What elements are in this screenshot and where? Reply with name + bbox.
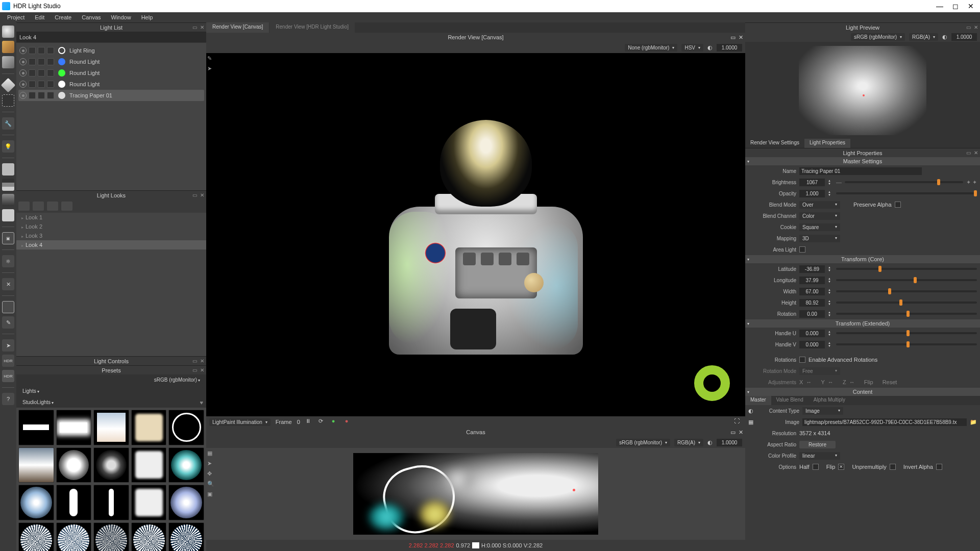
brightness-input[interactable] bbox=[799, 179, 825, 186]
subtab-alphamult[interactable]: Alpha Multiply bbox=[808, 396, 850, 405]
section-transform-core[interactable]: ▾Transform (Core) bbox=[745, 255, 980, 263]
dock-icon[interactable]: ▭ bbox=[192, 24, 197, 30]
preset-thumb[interactable] bbox=[168, 410, 204, 445]
subtab-master[interactable]: Master bbox=[745, 396, 771, 405]
exposure-wheel-icon[interactable]: ◐ bbox=[942, 34, 947, 40]
mapping-dropdown[interactable]: 3D bbox=[799, 235, 840, 242]
add-look-button[interactable] bbox=[18, 202, 30, 211]
tool-atom-icon[interactable]: ⚛ bbox=[2, 255, 14, 267]
blendchannel-dropdown[interactable]: Color bbox=[799, 212, 840, 220]
exposure-wheel-icon[interactable]: ◐ bbox=[707, 439, 713, 446]
preview-exposure-input[interactable] bbox=[951, 33, 977, 41]
content-type-dropdown[interactable]: Image bbox=[802, 407, 843, 415]
cursor-icon[interactable]: ➤ bbox=[207, 65, 215, 73]
expand-icon[interactable]: ⛶ bbox=[734, 418, 742, 426]
opt-half-checkbox[interactable] bbox=[813, 464, 819, 470]
menu-create[interactable]: Create bbox=[51, 13, 76, 21]
close-panel-icon[interactable]: ✕ bbox=[200, 24, 204, 30]
tool-light-icon[interactable]: 💡 bbox=[2, 140, 14, 153]
tonemap2-dropdown[interactable]: HSV bbox=[681, 44, 703, 52]
tab-render-hdr[interactable]: Render View [HDR Light Studio] bbox=[270, 22, 355, 33]
preset-thumb[interactable] bbox=[168, 485, 204, 520]
look-item[interactable]: Look 4 bbox=[16, 240, 206, 249]
preset-thumb[interactable] bbox=[18, 447, 54, 483]
maximize-button[interactable]: ◻ bbox=[952, 2, 959, 10]
name-input[interactable] bbox=[799, 167, 922, 175]
light-row[interactable]: Round Light bbox=[18, 79, 204, 90]
close-button[interactable]: ✕ bbox=[968, 2, 974, 10]
brush-icon[interactable]: ✎ bbox=[207, 55, 215, 63]
tool-cube-icon[interactable] bbox=[1, 78, 16, 93]
canvas-view[interactable]: ▦ ➤ ✥ 🔍 ▣ bbox=[206, 448, 745, 540]
restore-button[interactable]: Restore bbox=[799, 441, 836, 448]
preview-colorspace-dropdown[interactable]: sRGB (rgbMonitor) bbox=[851, 33, 905, 41]
exposure-input[interactable] bbox=[717, 44, 742, 52]
handle-v-input[interactable] bbox=[799, 341, 825, 348]
handle-u-input[interactable] bbox=[799, 330, 825, 337]
light-row[interactable]: Light Ring bbox=[18, 45, 204, 56]
preset-thumb[interactable] bbox=[56, 410, 92, 445]
tool-edit-icon[interactable]: ✎ bbox=[2, 316, 14, 329]
refresh-icon[interactable]: ⟳ bbox=[318, 418, 327, 426]
preset-thumb[interactable] bbox=[56, 447, 92, 483]
tool-help-icon[interactable]: ? bbox=[2, 393, 14, 405]
tab-render-settings[interactable]: Render View Settings bbox=[745, 139, 804, 148]
current-look-row[interactable]: Look 4 bbox=[16, 32, 206, 43]
preset-thumb[interactable] bbox=[18, 522, 54, 551]
light-row[interactable]: Tracing Paper 01 bbox=[18, 90, 204, 101]
preset-thumb[interactable] bbox=[93, 447, 129, 483]
tool-hdr-icon[interactable]: HDR bbox=[2, 355, 14, 367]
color-profile-dropdown[interactable]: linear bbox=[799, 452, 840, 460]
arealight-checkbox[interactable] bbox=[799, 246, 805, 253]
move-icon[interactable]: ✥ bbox=[207, 470, 215, 479]
visibility-icon[interactable] bbox=[19, 58, 27, 65]
render-view[interactable]: ✎ ➤ bbox=[206, 53, 745, 416]
cookie-dropdown[interactable]: Square bbox=[799, 223, 840, 231]
tool-arrow-icon[interactable]: ➤ bbox=[2, 339, 14, 352]
preset-thumb[interactable] bbox=[18, 485, 54, 520]
tab-render-canvas[interactable]: Render View [Canvas] bbox=[206, 22, 269, 33]
tool-hdr2-icon[interactable]: HDR bbox=[2, 370, 14, 382]
menu-edit[interactable]: Edit bbox=[31, 13, 48, 21]
preset-thumb[interactable] bbox=[131, 485, 167, 520]
menu-help[interactable]: Help bbox=[137, 13, 157, 21]
tonemap1-dropdown[interactable]: None (rgbMonitor) bbox=[625, 44, 677, 52]
preset-thumb[interactable] bbox=[131, 447, 167, 483]
presets-subcategory-dropdown[interactable]: StudioLights bbox=[19, 398, 197, 406]
tool-camera-icon[interactable]: ▣ bbox=[2, 232, 14, 244]
solo-toggle[interactable] bbox=[29, 47, 36, 54]
look-dropdown[interactable]: Look 4 bbox=[19, 34, 36, 40]
section-transform-ext[interactable]: ▾Transform (Extended) bbox=[745, 319, 980, 328]
width-slider[interactable] bbox=[836, 290, 977, 292]
tool-brush-icon[interactable] bbox=[2, 41, 14, 53]
longitude-slider[interactable] bbox=[836, 279, 977, 281]
menu-project[interactable]: Project bbox=[3, 13, 29, 21]
canvas-channel-dropdown[interactable]: RGB(A) bbox=[674, 439, 703, 446]
folder-icon[interactable]: 📁 bbox=[970, 419, 977, 425]
light-gizmo[interactable] bbox=[694, 365, 730, 401]
zoom-icon[interactable]: 🔍 bbox=[207, 481, 215, 489]
longitude-input[interactable] bbox=[799, 277, 825, 284]
visibility-icon[interactable] bbox=[19, 69, 27, 77]
preset-thumb[interactable] bbox=[131, 522, 167, 551]
tab-light-properties[interactable]: Light Properties bbox=[804, 139, 850, 148]
duplicate-look-button[interactable] bbox=[47, 202, 58, 211]
cursor-icon[interactable]: ➤ bbox=[207, 460, 215, 468]
canvas-exposure-input[interactable] bbox=[717, 439, 742, 446]
mute-toggle[interactable] bbox=[38, 47, 45, 54]
visibility-icon[interactable] bbox=[19, 92, 27, 99]
blendmode-dropdown[interactable]: Over bbox=[799, 201, 840, 209]
opacity-slider[interactable] bbox=[836, 192, 977, 194]
tool-swatch-3[interactable] bbox=[2, 194, 14, 206]
tool-swatch-2[interactable] bbox=[2, 179, 14, 191]
preset-thumb[interactable] bbox=[168, 522, 204, 551]
menu-window[interactable]: Window bbox=[107, 13, 135, 21]
section-master[interactable]: ▾Master Settings bbox=[745, 157, 980, 165]
light-row[interactable]: Round Light bbox=[18, 56, 204, 67]
tool-swatch-4[interactable] bbox=[2, 209, 14, 221]
opacity-input[interactable] bbox=[799, 190, 825, 197]
preset-thumb[interactable] bbox=[93, 485, 129, 520]
rotation-input[interactable] bbox=[799, 310, 825, 318]
fit-icon[interactable]: ▣ bbox=[207, 491, 215, 499]
tool-swatch-1[interactable] bbox=[2, 163, 14, 176]
